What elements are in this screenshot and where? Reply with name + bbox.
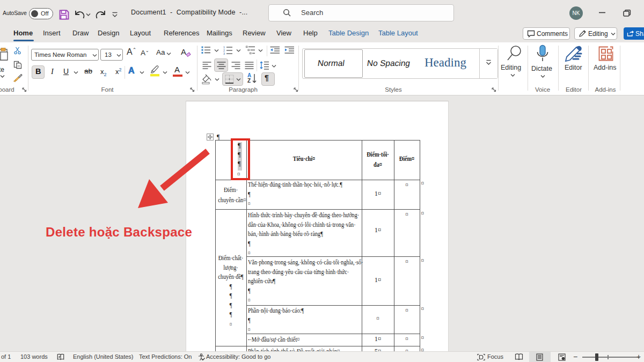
svg-text:3: 3 (223, 52, 225, 55)
